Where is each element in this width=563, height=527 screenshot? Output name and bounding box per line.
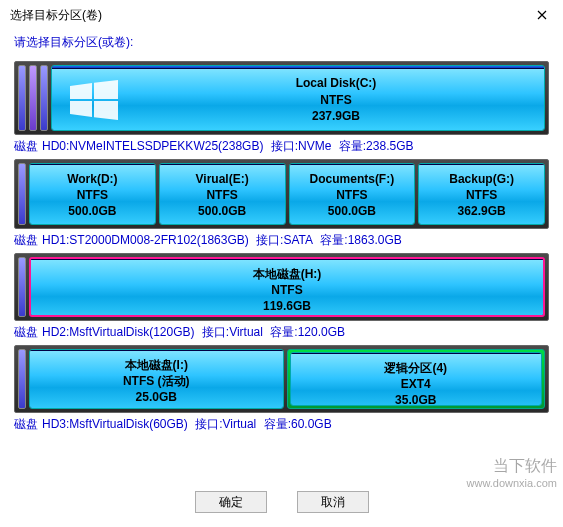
partition-name: 本地磁盘(H:) (253, 266, 322, 282)
svg-marker-0 (70, 83, 92, 99)
partition-body: Work(D:)NTFS500.0GB (30, 165, 155, 225)
partition-size: 25.0GB (136, 389, 177, 405)
disk-visual: 本地磁盘(I:)NTFS (活动)25.0GB逻辑分区(4)EXT435.0GB (14, 345, 549, 413)
partition[interactable]: Work(D:)NTFS500.0GB (29, 163, 156, 225)
reserved-stub (29, 65, 37, 131)
partition-size: 500.0GB (328, 203, 376, 219)
partition-body: 逻辑分区(4)EXT435.0GB (291, 354, 542, 406)
disk-model: HD1:ST2000DM008-2FR102(1863GB) (42, 233, 249, 247)
reserved-stub (18, 349, 26, 409)
disk-group: 本地磁盘(I:)NTFS (活动)25.0GB逻辑分区(4)EXT435.0GB… (14, 345, 549, 433)
close-button[interactable] (529, 5, 555, 25)
partition-name: Local Disk(C:) (296, 75, 377, 91)
watermark-line2: www.downxia.com (467, 477, 557, 489)
iface-label: 接口:Virtual (195, 417, 256, 431)
partition-name: 逻辑分区(4) (384, 360, 447, 376)
content-area: 请选择目标分区(或卷): Local Disk(C:)NTFS237.9GB磁盘… (0, 30, 563, 433)
disk-visual: Local Disk(C:)NTFS237.9GB (14, 61, 549, 135)
partition-name: Backup(G:) (449, 171, 514, 187)
partition-size: 500.0GB (68, 203, 116, 219)
partition[interactable]: Backup(G:)NTFS362.9GB (418, 163, 545, 225)
partition-fs: NTFS (活动) (123, 373, 190, 389)
cap-label: 容量:1863.0GB (320, 233, 401, 247)
titlebar: 选择目标分区(卷) (0, 0, 563, 30)
partition[interactable]: Local Disk(C:)NTFS237.9GB (51, 65, 545, 131)
disk-model: HD0:NVMeINTELSSDPEKKW25(238GB) (42, 139, 263, 153)
partition-fs: NTFS (336, 187, 367, 203)
disk-group: Work(D:)NTFS500.0GBVirual(E:)NTFS500.0GB… (14, 159, 549, 249)
reserved-stub (18, 65, 26, 131)
cap-label: 容量:238.5GB (339, 139, 414, 153)
partition-fs: NTFS (320, 92, 351, 108)
partition[interactable]: Documents(F:)NTFS500.0GB (289, 163, 416, 225)
disk-group: Local Disk(C:)NTFS237.9GB磁盘HD0:NVMeINTEL… (14, 61, 549, 155)
footer: 确定 取消 (0, 491, 563, 513)
iface-label: 接口:SATA (256, 233, 313, 247)
partition[interactable]: Virual(E:)NTFS500.0GB (159, 163, 286, 225)
disk-label: 磁盘 (14, 139, 38, 153)
disk-model: HD3:MsftVirtualDisk(60GB) (42, 417, 188, 431)
partition-fs: NTFS (271, 282, 302, 298)
partition-body: Documents(F:)NTFS500.0GB (290, 165, 415, 225)
disk-visual: Work(D:)NTFS500.0GBVirual(E:)NTFS500.0GB… (14, 159, 549, 229)
disks-container: Local Disk(C:)NTFS237.9GB磁盘HD0:NVMeINTEL… (14, 61, 549, 433)
partition-body: Backup(G:)NTFS362.9GB (419, 165, 544, 225)
cap-label: 容量:60.0GB (264, 417, 332, 431)
partition-fs: NTFS (466, 187, 497, 203)
extended-partition: 逻辑分区(4)EXT435.0GB (287, 349, 546, 409)
partition[interactable]: 本地磁盘(H:)NTFS119.6GB (29, 257, 545, 317)
watermark: 当下软件 www.downxia.com (467, 456, 557, 489)
dialog-window: 选择目标分区(卷) 请选择目标分区(或卷): Local Disk(C:)NTF… (0, 0, 563, 527)
windows-logo-icon (70, 80, 118, 120)
disk-group: 本地磁盘(H:)NTFS119.6GB磁盘HD2:MsftVirtualDisk… (14, 253, 549, 341)
ok-button[interactable]: 确定 (195, 491, 267, 513)
partition-size: 237.9GB (312, 108, 360, 124)
partition-size: 35.0GB (395, 392, 436, 406)
partition-name: 本地磁盘(I:) (125, 357, 188, 373)
disk-info: 磁盘HD0:NVMeINTELSSDPEKKW25(238GB) 接口:NVMe… (14, 138, 549, 155)
reserved-stub (18, 257, 26, 317)
disk-visual: 本地磁盘(H:)NTFS119.6GB (14, 253, 549, 321)
svg-marker-1 (94, 80, 118, 99)
partition-body: 本地磁盘(I:)NTFS (活动)25.0GB (30, 351, 283, 409)
reserved-stub (40, 65, 48, 131)
partition-fs: NTFS (206, 187, 237, 203)
prompt-text: 请选择目标分区(或卷): (14, 34, 549, 51)
cancel-button[interactable]: 取消 (297, 491, 369, 513)
partition[interactable]: 本地磁盘(I:)NTFS (活动)25.0GB (29, 349, 284, 409)
disk-info: 磁盘HD3:MsftVirtualDisk(60GB) 接口:Virtual 容… (14, 416, 549, 433)
partition-name: Documents(F:) (310, 171, 395, 187)
close-icon (537, 10, 547, 20)
svg-marker-3 (94, 101, 118, 120)
watermark-line1: 当下软件 (467, 456, 557, 477)
disk-label: 磁盘 (14, 417, 38, 431)
disk-info: 磁盘HD1:ST2000DM008-2FR102(1863GB) 接口:SATA… (14, 232, 549, 249)
partition-fs: NTFS (77, 187, 108, 203)
partition-fs: EXT4 (401, 376, 431, 392)
svg-marker-2 (70, 101, 92, 117)
reserved-stub (18, 163, 26, 225)
disk-label: 磁盘 (14, 233, 38, 247)
partition-body: 本地磁盘(H:)NTFS119.6GB (31, 260, 543, 317)
disk-label: 磁盘 (14, 325, 38, 339)
disk-info: 磁盘HD2:MsftVirtualDisk(120GB) 接口:Virtual … (14, 324, 549, 341)
partition-size: 119.6GB (263, 298, 311, 314)
window-title: 选择目标分区(卷) (10, 7, 529, 24)
partition-size: 362.9GB (458, 203, 506, 219)
partition-name: Work(D:) (67, 171, 117, 187)
iface-label: 接口:Virtual (202, 325, 263, 339)
cap-label: 容量:120.0GB (270, 325, 345, 339)
partition-body: Virual(E:)NTFS500.0GB (160, 165, 285, 225)
partition-size: 500.0GB (198, 203, 246, 219)
partition[interactable]: 逻辑分区(4)EXT435.0GB (290, 352, 543, 406)
disk-model: HD2:MsftVirtualDisk(120GB) (42, 325, 194, 339)
partition-body: Local Disk(C:)NTFS237.9GB (52, 69, 544, 130)
iface-label: 接口:NVMe (271, 139, 332, 153)
partition-name: Virual(E:) (196, 171, 249, 187)
